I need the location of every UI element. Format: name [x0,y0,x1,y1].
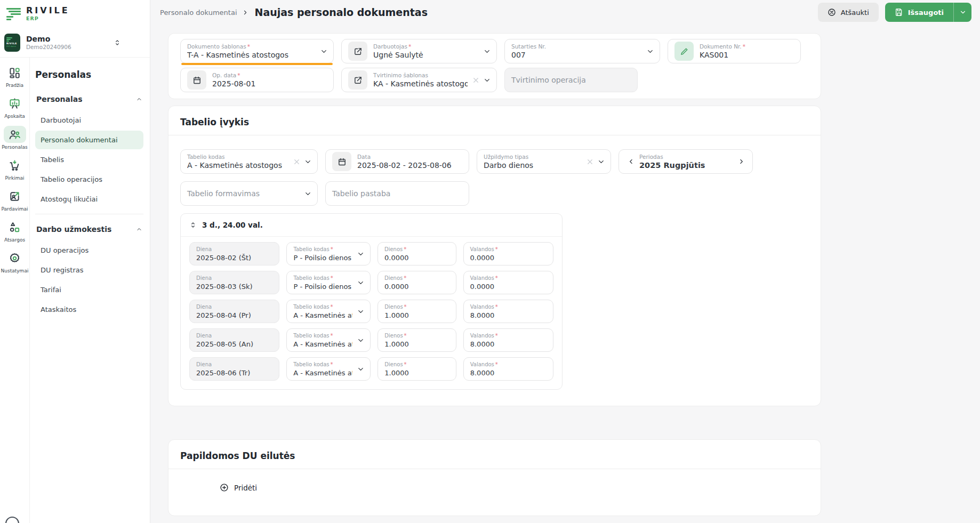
chevron-down-icon[interactable] [357,365,365,373]
rail-item-atsargos[interactable]: Atsargos [4,219,26,243]
rail-item-apskaita[interactable]: Apskaita [4,95,26,119]
sidebar-item-du-operacijos[interactable]: DU operacijos [35,241,143,260]
tabelio-kodas-row-field[interactable]: Tabelio kodas* A - Kasmetinės atostogos [286,328,371,352]
dienos-field[interactable]: Dienos* 1.0000 [377,357,456,381]
sidebar-item-tabelis[interactable]: Tabelis [35,150,143,169]
reorder-icon[interactable] [189,221,197,229]
valandos-field[interactable]: Valandos* 8.0000 [463,357,553,381]
rail-item-pardavimai[interactable]: Pardavimai [2,188,28,212]
dokumento-sablonas-field[interactable]: Dokumento šablonas* T-A - Kasmetinės ato… [180,39,334,63]
open-external-icon[interactable] [348,70,367,90]
tabelio-kodas-row-field[interactable]: Tabelio kodas* A - Kasmetinės atostogos [286,300,371,323]
sidebar-item-atostogu-likuciai[interactable]: Atostogų likučiai [35,190,143,208]
page-header: Personalo dokumentai Naujas personalo do… [150,0,980,25]
dienos-field[interactable]: Dienos* 0.0000 [377,242,456,265]
chevron-down-icon[interactable] [357,250,365,258]
chevron-down-icon[interactable] [483,76,491,84]
chevron-down-icon[interactable] [357,279,365,287]
dienos-field[interactable]: Dienos* 0.0000 [377,271,456,294]
period-prev-button[interactable] [625,158,637,165]
section-darbo-uzmokestis[interactable]: Darbo užmokestis [35,221,143,238]
workspace-avatar: RIVILEERP demo [4,34,20,52]
uzpildymo-tipas-field[interactable]: Užpildymo tipas Darbo dienos [477,149,611,174]
diena-field: Diena 2025-08-06 (Tr) [189,357,279,381]
calendar-icon[interactable] [187,70,206,90]
tabelio-ivykis-card: Tabelio įvykis Tabelio kodas A - Kasmeti… [168,106,821,406]
rail-item-pirkimai[interactable]: Pirkimai [4,157,26,181]
rail-item-nustatymai[interactable]: Nustatymai [1,250,29,273]
chevron-down-icon[interactable] [357,308,365,316]
sidebar-item-tabelio-operacijos[interactable]: Tabelio operacijos [35,170,143,189]
day-row: Diena 2025-08-04 (Pr) Tabelio kodas* A -… [189,300,553,323]
clear-icon[interactable] [293,158,301,166]
tabelio-kodas-row-field[interactable]: Tabelio kodas* P - Poilsio dienos [286,242,371,265]
group-summary: 3 d., 24.00 val. [202,221,263,229]
day-row: Diena 2025-08-05 (An) Tabelio kodas* A -… [189,328,553,352]
rail-item-pradzia[interactable]: Pradžia [4,64,26,88]
chevron-down-icon[interactable] [357,336,365,344]
dienos-field[interactable]: Dienos* 1.0000 [377,328,456,352]
sidebar-item-personalo-dokumentai[interactable]: Personalo dokumentai [35,131,143,149]
darbuotojas-value: Ugnė Saulytė [373,51,423,59]
rail-item-personalas[interactable]: Personalas [2,126,27,150]
day-row: Diena 2025-08-02 (Št) Tabelio kodas* P -… [189,242,553,265]
day-row: Diena 2025-08-06 (Tr) Tabelio kodas* A -… [189,357,553,381]
sales-icon [3,188,26,205]
save-more-button[interactable] [953,3,971,22]
tvirtinimo-sablonas-field[interactable]: Tvirtinimo šablonas KA - Kasmetinės atos… [341,68,497,92]
dokumento-nr-field[interactable]: Dokumento Nr.* KAS001 [668,39,801,63]
darbuotojas-field[interactable]: Darbuotojas* Ugnė Saulytė [341,39,497,63]
valandos-field[interactable]: Valandos* 0.0000 [463,242,553,265]
section-personalas[interactable]: Personalas [35,91,143,108]
data-value: 2025-08-02 - 2025-08-06 [357,161,452,170]
tabelio-kodas-value: A - Kasmetinės atostogos [187,161,282,170]
periodas-field: Periodas 2025 Rugpjūtis [618,149,753,174]
chevron-down-icon[interactable] [304,158,312,166]
sidebar-item-ataskaitos[interactable]: Ataskaitos [35,300,143,319]
clear-icon[interactable] [586,158,594,166]
sutarties-nr-field[interactable]: Sutarties Nr. 007 [504,39,660,63]
op-data-field[interactable]: Op. data* 2025-08-01 [180,68,334,92]
open-external-icon[interactable] [348,42,367,61]
brand-sub: ERP [26,16,70,21]
chevron-down-icon[interactable] [483,47,491,55]
save-button[interactable]: Išsaugoti [885,3,953,22]
pencil-icon[interactable] [674,42,694,61]
valandos-field[interactable]: Valandos* 8.0000 [463,328,553,352]
calendar-icon[interactable] [332,152,351,171]
workspace-switch-icon[interactable] [114,39,121,46]
clear-icon[interactable] [472,76,480,84]
data-field[interactable]: Data 2025-08-02 - 2025-08-06 [325,149,469,174]
tabelio-kodas-row-field[interactable]: Tabelio kodas* P - Poilsio dienos [286,271,371,294]
rivile-logo-icon [6,8,21,20]
chart-board-icon [4,95,26,112]
breadcrumb-link[interactable]: Personalo dokumentai [160,9,237,17]
dashboard-icon [4,64,26,81]
sidebar-item-du-registras[interactable]: DU registras [35,261,143,279]
sidebar-item-darbuotojai[interactable]: Darbuotojai [35,111,143,130]
chevron-down-icon[interactable] [304,190,312,198]
chevron-down-icon[interactable] [320,47,328,55]
valandos-field[interactable]: Valandos* 0.0000 [463,271,553,294]
dienos-field[interactable]: Dienos* 1.0000 [377,300,456,323]
app-logo[interactable]: RIVILE ERP [0,0,150,28]
period-next-button[interactable] [735,158,747,165]
content-area: Dokumento šablonas* T-A - Kasmetinės ato… [150,25,980,523]
tabelio-kodas-row-field[interactable]: Tabelio kodas* A - Kasmetinės atostogos [286,357,371,381]
add-du-row-button[interactable]: Pridėti [220,483,257,492]
tabelio-pastaba-field[interactable]: Tabelio pastaba [325,181,469,206]
workspace-selector[interactable]: RIVILEERP demo Demo Demo20240906 [0,28,150,58]
tabelio-kodas-field[interactable]: Tabelio kodas A - Kasmetinės atostogos [180,149,318,174]
uzpildymo-tipas-value: Darbo dienos [484,161,533,170]
valandos-field[interactable]: Valandos* 8.0000 [463,300,553,323]
chevron-down-icon [959,9,967,16]
cancel-button[interactable]: Atšaukti [818,3,879,22]
chevron-down-icon[interactable] [646,47,654,55]
tabelio-formavimas-field[interactable]: Tabelio formavimas [180,181,318,206]
diena-field: Diena 2025-08-02 (Št) [189,242,279,265]
sidebar-item-tarifai[interactable]: Tarifai [35,280,143,299]
op-data-value: 2025-08-01 [212,79,255,88]
chevron-up-icon [136,96,142,102]
workspace-name: Demo [26,35,71,44]
chevron-down-icon[interactable] [597,158,605,166]
